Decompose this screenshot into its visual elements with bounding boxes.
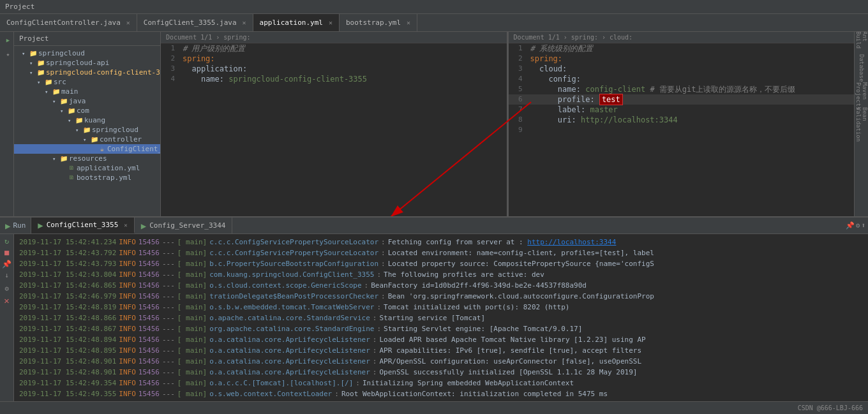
bottom-toolbar: 📌 ⚙ ⬆ [843, 218, 868, 233]
bottom-content-area: ↻ ■ 📌 ↓ ⚙ ✕ 2019-11-17 15:42:41.234 INFO… [0, 234, 868, 401]
code-line: 2 spring: [509, 54, 855, 64]
log-line: 2019-11-17 15:42:49.355 INFO 15456 --- [… [14, 388, 868, 399]
tree-item-springcloud2[interactable]: ▾📁springcloud [14, 125, 160, 135]
code-line: 3 application: [161, 64, 507, 74]
run-label: ▶ Run [0, 218, 31, 233]
log-line: 2019-11-17 15:42:46.979 INFO 15456 --- [… [14, 291, 868, 302]
code-line: 4 config: [509, 74, 855, 84]
editor-left-content[interactable]: 1 # 用户级别的配置 2 spring: 3 application: 4 n… [161, 43, 507, 216]
log-line: 2019-11-17 15:42:48.819 INFO 15456 --- [… [14, 302, 868, 313]
main-area: ▶ ★ Project ▾📁springcloud ▾📁springcloud-… [0, 32, 868, 216]
sidebar-tree: ▾📁springcloud ▾📁springcloud-api ▾📁spring… [14, 46, 160, 216]
code-line: 4 name: springcloud-config-client-3355 [161, 74, 507, 84]
right-tools: Ant Build Database Maven Projects Bean V… [854, 32, 868, 216]
pin-log-btn[interactable]: 📌 [2, 260, 11, 269]
tab-close-icon[interactable]: ✕ [243, 19, 246, 26]
tree-item-config-client[interactable]: ▾📁springcloud-config-client-3355 [14, 68, 160, 77]
log-line: 2019-11-17 15:42:48.895 INFO 15456 --- [… [14, 345, 868, 356]
editor-right-content[interactable]: 1 # 系统级别的配置 2 spring: 3 cloud: 4 config: [509, 43, 855, 216]
code-line: 7 label: master [509, 105, 855, 115]
log-line: 2019-11-17 15:42:49.354 INFO 15456 --- [… [14, 378, 868, 388]
left-tool-strip: ▶ ★ [0, 32, 14, 216]
run-icon: ▶ [5, 221, 10, 231]
project-menu[interactable]: Project [5, 3, 34, 11]
editor-right: Document 1/1 › spring: › cloud: 1 # 系统级别… [508, 32, 855, 216]
favorites-btn[interactable]: ★ [1, 48, 13, 60]
log-line: 2019-11-17 15:42:46.865 INFO 15456 --- [… [14, 280, 868, 291]
tab-ConfigClient3355[interactable]: ConfigClient_3355.java ✕ [137, 14, 253, 31]
code-line-profile: 6 profile: test [509, 94, 855, 105]
filter-btn[interactable]: ⚙ [4, 285, 9, 293]
green-dot2: ▶ [141, 221, 146, 231]
log-line: 2019-11-17 15:42:48.867 INFO 15456 --- [… [14, 323, 868, 334]
log-line: 2019-11-17 15:42:43.804 INFO 15456 --- [… [14, 269, 868, 280]
tab-label: Config_Server_3344 [149, 221, 225, 230]
tab-bootstrap[interactable]: bootstrap.yml ✕ [340, 14, 417, 31]
log-line: 2019-11-17 15:42:48.894 INFO 15456 --- [… [14, 334, 868, 345]
log-line: 2019-11-17 15:42:48.866 INFO 15456 --- [… [14, 313, 868, 323]
tree-item-src[interactable]: ▾📁src [14, 77, 160, 87]
tab-label: bootstrap.yml [346, 18, 401, 27]
pin-btn[interactable]: 📌 [846, 221, 855, 230]
green-dot: ▶ [38, 220, 43, 230]
tab-close[interactable]: ✕ [124, 222, 127, 228]
tree-item-java[interactable]: ▾📁java [14, 96, 160, 106]
tree-item-com[interactable]: ▾📁com [14, 106, 160, 115]
maven-btn[interactable]: Maven Projects [856, 91, 867, 102]
run-text: Run [13, 221, 26, 230]
scroll-btn[interactable]: ↓ [4, 271, 9, 279]
code-line: 2 spring: [161, 54, 507, 64]
tree-item-controller[interactable]: ▾📁controller [14, 135, 160, 144]
status-text: CSDN @666-LBJ-666 [798, 404, 863, 411]
code-line: 1 # 用户级别的配置 [161, 43, 507, 54]
bottom-panel: ▶ Run ▶ ConfigClient_3355 ✕ ▶ Config_Ser… [0, 216, 868, 401]
log-line: 2019-11-17 15:42:43.792 INFO 15456 --- [… [14, 248, 868, 258]
code-line: 9 [509, 125, 855, 135]
tab-close-icon[interactable]: ✕ [407, 19, 410, 26]
code-line: 8 uri: http://localhost:3344 [509, 115, 855, 125]
tab-application[interactable]: application.yml ✕ [253, 14, 340, 31]
editor-left-breadcrumb: Document 1/1 › spring: [161, 32, 507, 43]
log-line: 2019-11-17 15:42:48.901 INFO 15456 --- [… [14, 367, 868, 378]
restart-btn[interactable]: ↻ [4, 237, 9, 246]
project-sidebar: Project ▾📁springcloud ▾📁springcloud-api … [14, 32, 161, 216]
tab-close-icon[interactable]: ✕ [126, 19, 130, 26]
status-bar: CSDN @666-LBJ-666 [0, 401, 868, 414]
tab-label: ConfigClient_3355 [47, 221, 119, 229]
tree-item-springcloud-api[interactable]: ▾📁springcloud-api [14, 58, 160, 68]
code-line: 5 name: config-client # 需要从git上读取的源源名称，不… [509, 84, 855, 94]
ant-build-btn[interactable]: Ant Build [856, 34, 867, 46]
top-bar: Project [0, 0, 868, 14]
structure-panel-btn[interactable]: ▶ [1, 34, 13, 46]
tree-item-resources[interactable]: ▾📁resources [14, 154, 160, 163]
log-content[interactable]: 2019-11-17 15:42:41.234 INFO 15456 --- [… [14, 234, 868, 401]
log-controls: ↻ ■ 📌 ↓ ⚙ ✕ [0, 234, 14, 401]
tree-item-springcloud[interactable]: ▾📁springcloud [14, 48, 160, 58]
bottom-tab-config-client[interactable]: ▶ ConfigClient_3355 ✕ [31, 218, 134, 233]
tree-item-configclient[interactable]: ☕ConfigClient_3355 [14, 144, 160, 154]
maximize-btn[interactable]: ⬆ [861, 221, 865, 230]
tree-item-application-yml[interactable]: 🗎application.yml [14, 163, 160, 173]
tab-ConfigClientController[interactable]: ConfigClientController.java ✕ [0, 14, 137, 31]
settings-btn[interactable]: ⚙ [856, 221, 860, 230]
tab-spacer [232, 218, 842, 233]
bean-validation-btn[interactable]: Bean Validation [856, 119, 867, 130]
log-url[interactable]: http://localhost:3344 [527, 238, 616, 246]
code-line: 3 cloud: [509, 64, 855, 74]
clear-btn[interactable]: ✕ [4, 295, 9, 306]
bottom-tab-config-server[interactable]: ▶ Config_Server_3344 [135, 218, 233, 233]
tab-label: ConfigClientController.java [6, 18, 121, 27]
tab-bar: ConfigClientController.java ✕ ConfigClie… [0, 14, 868, 32]
tree-item-main[interactable]: ▾📁main [14, 87, 160, 96]
editors-area: Document 1/1 › spring: 1 # 用户级别的配置 2 spr… [161, 32, 854, 216]
tree-item-kuang[interactable]: ▾📁kuang [14, 115, 160, 125]
database-btn[interactable]: Database [856, 63, 867, 74]
tab-close-icon[interactable]: ✕ [329, 19, 333, 26]
tree-item-bootstrap-yml[interactable]: 🗎bootstrap.yml [14, 173, 160, 182]
log-line: 2019-11-17 15:42:41.234 INFO 15456 --- [… [14, 237, 868, 248]
tab-label: application.yml [260, 18, 323, 27]
bottom-tabs: ▶ Run ▶ ConfigClient_3355 ✕ ▶ Config_Ser… [0, 218, 868, 234]
log-line: 2019-11-17 15:42:48.901 INFO 15456 --- [… [14, 356, 868, 367]
editor-right-breadcrumb: Document 1/1 › spring: › cloud: [509, 32, 855, 43]
stop-btn[interactable]: ■ [4, 248, 9, 257]
